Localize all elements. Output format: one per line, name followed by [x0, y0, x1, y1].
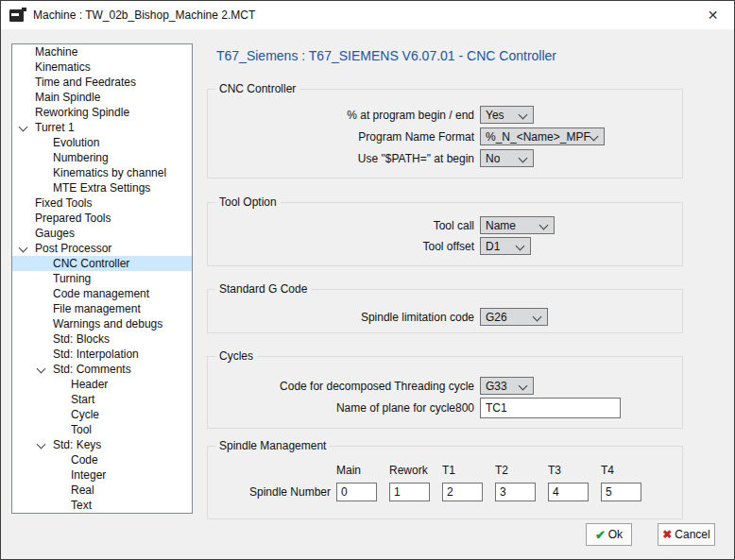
tree-item-label: Code management — [53, 286, 149, 301]
window-title: Machine : TW_02b_Bishop_Machine 2.MCT — [33, 8, 255, 22]
spindle-number-t3-input[interactable] — [548, 483, 589, 501]
tree-item-mte-extra-settings[interactable]: MTE Extra Settings — [12, 180, 192, 195]
title-bar: Machine : TW_02b_Bishop_Machine 2.MCT ✕ — [1, 1, 734, 29]
spindle-number-t4-input[interactable] — [601, 483, 641, 501]
tool-call-select[interactable]: Name — [480, 216, 555, 234]
x-icon: ✖ — [662, 529, 672, 540]
group-standard-g-code: Standard G Code Spindle limitation codeG… — [207, 289, 683, 333]
tree-item-cycle[interactable]: Cycle — [12, 407, 192, 422]
tree-item-tool[interactable]: Tool — [12, 422, 192, 437]
tree-item-start[interactable]: Start — [12, 392, 192, 407]
ok-button-label: Ok — [608, 528, 623, 541]
tree-item-machine[interactable]: Machine — [12, 44, 192, 59]
group-tool-option: Tool Option Tool callNameTool offsetD1 — [207, 202, 683, 266]
spindle-column-main: Main — [336, 464, 377, 477]
tree-item-label: Time and Feedrates — [35, 75, 136, 90]
selected-value: %_N_<Name>_MPF — [481, 130, 590, 144]
tree-item-label: Numbering — [53, 150, 109, 165]
tree-item-post-processor[interactable]: Post Processor — [12, 241, 192, 256]
tree-item-label: Warnings and debugs — [53, 316, 162, 331]
chevron-down-icon[interactable] — [37, 365, 46, 374]
tree-item-label: Kinematics by channel — [53, 165, 166, 180]
chevron-down-icon[interactable] — [19, 123, 28, 132]
tree-item-label: Std: Comments — [53, 362, 131, 377]
tree-item-gauges[interactable]: Gauges — [12, 226, 192, 241]
spindle-column-t2: T2 — [495, 464, 536, 477]
machine-dialog-window: Machine : TW_02b_Bishop_Machine 2.MCT ✕ … — [0, 0, 735, 560]
spindle-limitation-code-select[interactable]: G26 — [480, 308, 548, 326]
chevron-down-icon — [539, 221, 549, 230]
spindle-number-rework-input[interactable] — [389, 483, 430, 501]
program-name-format-label: Program Name Format — [208, 130, 474, 144]
tree-item-numbering[interactable]: Numbering — [12, 150, 192, 165]
selected-value: G33 — [481, 380, 507, 393]
cancel-button-label: Cancel — [675, 528, 709, 541]
selected-value: G26 — [481, 311, 507, 324]
tree-item-std-comments[interactable]: Std: Comments — [12, 362, 192, 377]
tree-item-label: Post Processor — [35, 241, 111, 256]
tree-item-label: Start — [71, 392, 94, 407]
tool-call-label: Tool call — [208, 219, 474, 232]
chevron-down-icon — [519, 382, 528, 391]
tree-item-prepared-tools[interactable]: Prepared Tools — [12, 211, 192, 226]
chevron-down-icon[interactable] — [37, 440, 46, 450]
tree-item-label: Real — [71, 483, 94, 498]
code-for-decomposed-threading-cycle-label: Code for decomposed Threading cycle — [208, 380, 474, 393]
tree-item-file-management[interactable]: File management — [12, 301, 192, 316]
group-spindle-management: Spindle Management MainReworkT1T2T3T4 Sp… — [207, 446, 683, 519]
tree-item-integer[interactable]: Integer — [12, 467, 192, 483]
tree-item-label: Std: Blocks — [53, 331, 110, 347]
selected-value: No — [481, 152, 500, 165]
spindle-number-inputs — [336, 483, 641, 501]
chevron-down-icon — [516, 242, 525, 251]
at-program-begin-end-select[interactable]: Yes — [480, 106, 534, 124]
tree-item-label: Turning — [53, 271, 91, 286]
code-for-decomposed-threading-cycle-select[interactable]: G33 — [480, 377, 534, 395]
tree-item-time-and-feedrates[interactable]: Time and Feedrates — [12, 75, 192, 90]
tool-offset-select[interactable]: D1 — [480, 237, 531, 255]
chevron-down-icon — [519, 154, 528, 163]
spindle-number-t1-input[interactable] — [442, 483, 483, 501]
spindle-column-t4: T4 — [601, 464, 641, 477]
tree-item-main-spindle[interactable]: Main Spindle — [12, 90, 192, 105]
use-path-at-begin-select[interactable]: No — [480, 149, 534, 167]
tree-item-std-interpolation[interactable]: Std: Interpolation — [12, 347, 192, 362]
cancel-button[interactable]: ✖ Cancel — [658, 523, 715, 546]
tree-item-turret-1[interactable]: Turret 1 — [12, 120, 192, 135]
spindle-number-main-input[interactable] — [336, 483, 377, 501]
tree-item-code[interactable]: Code — [12, 452, 192, 467]
spindle-number-t2-input[interactable] — [495, 483, 536, 501]
tree-item-kinematics[interactable]: Kinematics — [12, 59, 192, 75]
settings-tree: MachineKinematicsTime and FeedratesMain … — [11, 43, 193, 514]
tree-item-std-keys[interactable]: Std: Keys — [12, 437, 192, 452]
group-title-spindle-management: Spindle Management — [215, 439, 330, 452]
tree-item-label: Cycle — [71, 407, 99, 422]
close-button[interactable]: ✕ — [692, 1, 734, 28]
tree-item-label: Prepared Tools — [35, 211, 111, 226]
tree-item-reworking-spindle[interactable]: Reworking Spindle — [12, 105, 192, 120]
name-of-plane-for-cycle800-input[interactable] — [480, 398, 621, 418]
page-title: T67_Siemens : T67_SIEMENS V6.07.01 - CNC… — [216, 48, 556, 63]
tree-item-turning[interactable]: Turning — [12, 271, 192, 286]
tree-item-code-management[interactable]: Code management — [12, 286, 192, 301]
machine-icon — [9, 9, 24, 22]
tree-item-label: Gauges — [35, 226, 75, 241]
tree-item-label: Turret 1 — [35, 120, 75, 135]
tree-item-warnings-and-debugs[interactable]: Warnings and debugs — [12, 316, 192, 331]
tree-item-std-blocks[interactable]: Std: Blocks — [12, 331, 192, 347]
chevron-down-icon — [519, 110, 528, 120]
tree-item-evolution[interactable]: Evolution — [12, 135, 192, 150]
tree-item-header[interactable]: Header — [12, 377, 192, 392]
tree-item-fixed-tools[interactable]: Fixed Tools — [12, 195, 192, 211]
tree-item-label: Code — [71, 452, 98, 467]
ok-button[interactable]: ✔ Ok — [586, 523, 632, 546]
tree-item-real[interactable]: Real — [12, 483, 192, 498]
chevron-down-icon[interactable] — [19, 244, 28, 253]
tree-item-label: Evolution — [53, 135, 99, 150]
program-name-format-select[interactable]: %_N_<Name>_MPF — [480, 127, 605, 145]
tree-item-cnc-controller[interactable]: CNC Controller — [12, 256, 192, 271]
tree-item-label: Integer — [71, 467, 106, 483]
tree-item-kinematics-by-channel[interactable]: Kinematics by channel — [12, 165, 192, 180]
selected-value: Yes — [481, 109, 504, 122]
tree-item-text[interactable]: Text — [12, 498, 192, 513]
